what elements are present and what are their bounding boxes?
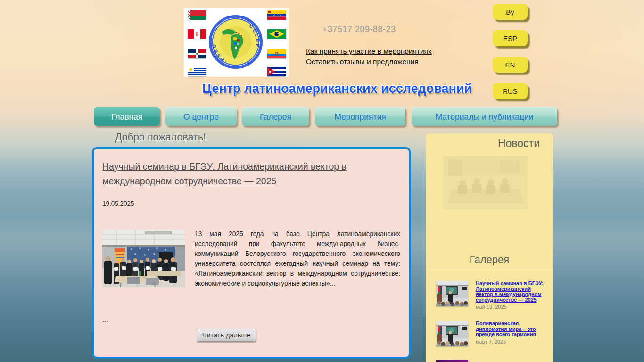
news-heading: Новости xyxy=(498,137,540,150)
news-item-thumbnail[interactable] xyxy=(436,321,468,346)
flag-venezuela-icon xyxy=(267,10,286,20)
flag-ecuador-icon xyxy=(267,49,286,58)
news-item-link[interactable]: Боливарианская дипломатия мира – это пре… xyxy=(476,321,547,337)
phone-number: +37517 209-88-23 xyxy=(322,25,396,34)
flag-brazil-icon xyxy=(267,29,286,39)
header-links: Как принять участие в мероприятиях Остав… xyxy=(306,46,432,66)
flag-peru-icon xyxy=(188,29,206,39)
news-item: … xyxy=(476,360,547,362)
participate-link[interactable]: Как принять участие в мероприятиях xyxy=(306,46,432,57)
lang-button-rus[interactable]: RUS xyxy=(493,83,528,99)
tab-galereya[interactable]: Галерея xyxy=(242,107,309,126)
tab-glavnaya[interactable]: Главная xyxy=(94,107,160,126)
tab-o-centre[interactable]: О центре xyxy=(165,107,237,126)
news-item-link[interactable]: Научный семинар в БГЭУ: Латиноамериканск… xyxy=(476,281,547,303)
news-slideshow-image xyxy=(444,156,528,209)
flag-uruguay-icon xyxy=(188,67,206,76)
flag-dominican-republic-icon xyxy=(188,49,206,58)
site-title: Центр латиноамериканских исследований xyxy=(184,82,490,96)
article-ellipsis: ... xyxy=(103,316,108,323)
flag-cuba-icon xyxy=(267,67,286,76)
read-more-button[interactable]: Читать дальше xyxy=(197,329,256,342)
tab-materialy[interactable]: Материалы и публикации xyxy=(412,107,557,126)
lang-button-en[interactable]: EN xyxy=(493,57,528,73)
news-item: Боливарианская дипломатия мира – это пре… xyxy=(476,321,547,345)
welcome-heading: Добро пожаловать! xyxy=(115,132,206,143)
news-item-date: май 19, 2025 xyxy=(476,304,547,310)
flag-belarus-icon xyxy=(188,10,206,20)
site-logo: BSEU CELBE xyxy=(184,8,289,77)
article-date: 19.05.2025 xyxy=(102,200,134,207)
news-item: Научный семинар в БГЭУ: Латиноамериканск… xyxy=(476,281,547,310)
tab-meropriyatiya[interactable]: Мероприятия xyxy=(315,107,405,126)
feedback-link[interactable]: Оставить отзывы и предложения xyxy=(306,57,432,67)
news-sidebar: Новости Галерея Научный семинар в БГЭУ: … xyxy=(426,133,553,362)
lang-button-esp[interactable]: ESP xyxy=(493,30,528,46)
article-title-link[interactable]: Научный семинар в БГЭУ: Латиноамериканск… xyxy=(102,159,390,189)
celbe-emblem-icon: BSEU CELBE xyxy=(208,14,264,70)
article-card: Научный семинар в БГЭУ: Латиноамериканск… xyxy=(92,147,411,359)
lang-button-by[interactable]: By xyxy=(493,4,528,20)
gallery-heading: Галерея xyxy=(426,254,553,266)
article-photo xyxy=(102,230,185,287)
news-item-date: март 7, 2025 xyxy=(476,339,547,345)
article-body: 13 мая 2025 года на базе Центра латиноам… xyxy=(195,229,400,288)
news-item-thumbnail[interactable] xyxy=(436,360,468,362)
page: BSEU CELBE +37517 209-88-23 Как принять … xyxy=(0,0,644,362)
news-item-link[interactable]: … xyxy=(476,360,547,362)
news-item-thumbnail[interactable] xyxy=(436,281,468,306)
sidebar-divider xyxy=(427,271,552,272)
